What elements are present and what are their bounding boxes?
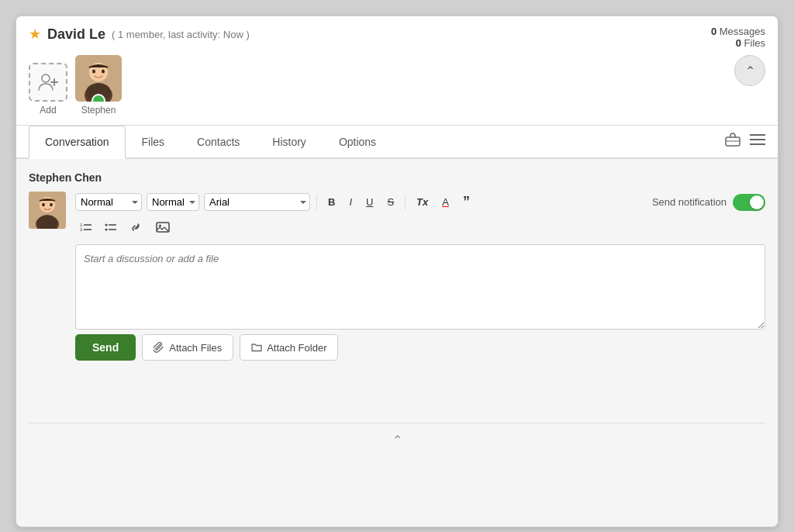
files-label: Files — [744, 37, 765, 49]
sender-name: Stephen Chen — [29, 171, 765, 184]
content-area: Stephen Chen — [16, 159, 778, 469]
italic-button[interactable]: I — [344, 194, 357, 210]
svg-point-8 — [102, 70, 105, 74]
toolbar-row1: Normal Heading 1 Heading 2 Normal Small … — [75, 192, 765, 212]
image-icon — [156, 220, 170, 234]
unordered-list-button[interactable] — [100, 218, 122, 239]
files-stat: 0 Files — [711, 37, 765, 49]
main-window: ★ David Le ( 1 member, last activity: No… — [16, 16, 778, 527]
svg-point-19 — [42, 203, 45, 206]
tab-conversation[interactable]: Conversation — [29, 126, 126, 159]
font-select[interactable]: Arial Times New Roman Helvetica — [204, 193, 310, 211]
messages-count: 0 — [711, 26, 716, 37]
notification-toggle: Send notification — [652, 194, 765, 211]
member-avatar[interactable] — [75, 55, 122, 102]
svg-point-0 — [42, 74, 50, 82]
member-avatar-wrapper: Stephen — [75, 55, 122, 116]
members-row: Add — [29, 55, 250, 116]
toggle-knob — [750, 195, 764, 209]
paperclip-icon — [154, 342, 164, 353]
link-icon — [129, 220, 143, 234]
compose-right: Normal Heading 1 Heading 2 Normal Small … — [75, 192, 765, 330]
messages-stat: 0 Messages — [711, 26, 765, 37]
attach-files-button[interactable]: Attach Files — [142, 334, 233, 361]
tab-history[interactable]: History — [256, 126, 323, 159]
send-button[interactable]: Send — [75, 334, 136, 361]
format-select-2[interactable]: Normal Small Large — [147, 193, 199, 211]
group-name: David Le — [47, 26, 105, 43]
toolbar-row2: 1. 2. — [75, 217, 765, 240]
svg-text:2.: 2. — [80, 227, 84, 232]
ordered-list-button[interactable]: 1. 2. — [75, 218, 97, 239]
divider-2 — [405, 195, 406, 210]
ordered-list-icon: 1. 2. — [80, 221, 92, 233]
star-icon[interactable]: ★ — [29, 26, 41, 43]
member-name-label: Stephen — [81, 105, 116, 116]
briefcase-icon[interactable] — [725, 133, 740, 150]
quote-button[interactable]: ” — [458, 192, 475, 212]
notification-switch[interactable] — [733, 194, 765, 211]
files-count: 0 — [736, 37, 741, 49]
folder-icon — [251, 342, 262, 353]
tabs-icons — [725, 133, 765, 150]
bold-button[interactable]: B — [323, 194, 340, 210]
stats-box: 0 Messages 0 Files — [711, 26, 765, 49]
collapse-button[interactable]: ⌃ — [734, 55, 765, 86]
messages-label: Messages — [720, 26, 765, 37]
link-button[interactable] — [125, 217, 148, 240]
tabs-list: Conversation Files Contacts History Opti… — [29, 126, 392, 157]
tabs-bar: Conversation Files Contacts History Opti… — [16, 126, 778, 159]
font-color-button[interactable]: A — [437, 194, 454, 210]
tab-options[interactable]: Options — [323, 126, 392, 159]
header-left: ★ David Le ( 1 member, last activity: No… — [29, 26, 250, 116]
svg-point-27 — [105, 229, 108, 231]
underline-button[interactable]: U — [361, 194, 378, 210]
add-member-icon — [29, 63, 67, 102]
image-button[interactable] — [151, 217, 174, 240]
action-buttons: Send Attach Files Attach Folder — [75, 334, 765, 361]
svg-point-20 — [50, 203, 53, 206]
bottom-chevron-icon[interactable]: ⌃ — [392, 433, 402, 447]
attach-folder-button[interactable]: Attach Folder — [240, 334, 338, 361]
format-select-1[interactable]: Normal Heading 1 Heading 2 — [75, 193, 142, 211]
add-member-button[interactable]: Add — [29, 63, 67, 116]
header-panel: ★ David Le ( 1 member, last activity: No… — [16, 16, 778, 126]
header-right: 0 Messages 0 Files ⌃ — [711, 26, 765, 86]
tab-files[interactable]: Files — [126, 126, 181, 159]
message-input[interactable] — [75, 244, 765, 330]
group-meta: ( 1 member, last activity: Now ) — [112, 29, 250, 40]
strikethrough-button[interactable]: S — [382, 194, 399, 210]
svg-point-31 — [159, 225, 161, 227]
title-row: ★ David Le ( 1 member, last activity: No… — [29, 26, 250, 43]
add-label: Add — [40, 105, 56, 116]
compose-avatar — [29, 192, 66, 229]
person-plus-icon — [37, 71, 59, 93]
notification-label: Send notification — [652, 196, 727, 208]
svg-point-26 — [105, 224, 108, 226]
unordered-list-icon — [105, 221, 117, 233]
divider-1 — [316, 195, 317, 210]
svg-point-7 — [92, 70, 95, 74]
compose-avatar-image — [29, 192, 66, 229]
clear-format-button[interactable]: Tx — [412, 194, 433, 210]
bottom-bar: ⌃ — [29, 423, 765, 457]
menu-icon[interactable] — [750, 133, 765, 150]
compose-area: Normal Heading 1 Heading 2 Normal Small … — [29, 192, 765, 330]
tab-contacts[interactable]: Contacts — [181, 126, 256, 159]
